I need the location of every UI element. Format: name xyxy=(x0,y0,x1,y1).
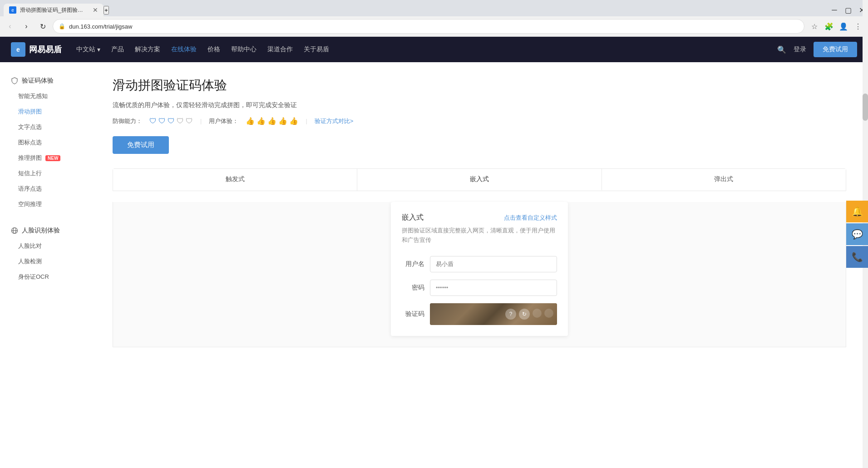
username-label: 用户名 xyxy=(402,260,424,268)
browser-toolbar: ‹ › ↻ 🔒 dun.163.com/trial/jigsaw ☆ 🧩 👤 ⋮ xyxy=(0,16,868,37)
user-exp-icons: 👍 👍 👍 👍 👍 xyxy=(246,117,298,125)
reload-button[interactable]: ↻ xyxy=(36,20,49,33)
sidebar-section-face-title: 人脸识别体验 xyxy=(0,223,91,238)
shield-icon-1: 🛡 xyxy=(149,117,157,125)
nav-link-products[interactable]: 产品 xyxy=(111,45,124,54)
shield-icon-4: 🛡 xyxy=(177,117,184,125)
logo[interactable]: e 网易易盾 xyxy=(11,42,62,57)
nav-link-pricing[interactable]: 价格 xyxy=(207,45,220,54)
nav-link-channel[interactable]: 渠道合作 xyxy=(267,45,293,54)
top-navigation: e 网易易盾 中文站 ▾ 产品 解决方案 在线体验 价格 帮助中心 渠道合作 关… xyxy=(0,37,868,62)
chevron-down-icon: ▾ xyxy=(97,46,100,53)
demo-tabs: 触发式 嵌入式 弹出式 xyxy=(113,168,846,191)
scrollbar-thumb[interactable] xyxy=(863,94,868,121)
tab-embedded[interactable]: 嵌入式 xyxy=(357,169,602,191)
sidebar-item-face-detect[interactable]: 人脸检测 xyxy=(0,254,91,269)
main-container: 验证码体验 智能无感知 滑动拼图 文字点选 图标点选 推理拼图 NEW 短信上行… xyxy=(0,62,868,468)
shield-icon-5: 🛡 xyxy=(186,117,193,125)
window-controls: ─ ▢ ✕ xyxy=(828,4,868,16)
sidebar-item-id-ocr[interactable]: 身份证OCR xyxy=(0,269,91,285)
password-input[interactable] xyxy=(430,280,557,296)
embedded-header: 嵌入式 点击查看自定义样式 xyxy=(402,213,557,222)
browser-tabs-bar: e 滑动拼图验证码_拼图验证_图形... ✕ + ─ ▢ ✕ xyxy=(0,0,868,16)
float-chat-button[interactable]: 💬 xyxy=(846,223,868,245)
maximize-button[interactable]: ▢ xyxy=(842,4,854,16)
captcha-row: 验证码 ? ↻ xyxy=(402,303,557,325)
forward-button[interactable]: › xyxy=(20,20,33,33)
sidebar-item-text-click[interactable]: 文字点选 xyxy=(0,119,91,135)
minimize-button[interactable]: ─ xyxy=(828,4,841,16)
globe-icon xyxy=(11,227,18,234)
tab-close-button[interactable]: ✕ xyxy=(93,6,98,14)
captcha-action-icons: ? ↻ xyxy=(505,309,553,320)
nav-link-help[interactable]: 帮助中心 xyxy=(231,45,256,54)
extensions-button[interactable]: 🧩 xyxy=(823,20,835,33)
divider-2: | xyxy=(306,118,307,124)
nav-link-about[interactable]: 关于易盾 xyxy=(304,45,329,54)
embedded-title: 嵌入式 xyxy=(402,213,424,222)
captcha-image[interactable]: ? ↻ xyxy=(430,303,557,325)
toolbar-icons: ☆ 🧩 👤 ⋮ xyxy=(808,20,864,33)
search-icon[interactable]: 🔍 xyxy=(777,45,786,54)
sidebar-item-face-compare[interactable]: 人脸比对 xyxy=(0,238,91,254)
sidebar: 验证码体验 智能无感知 滑动拼图 文字点选 图标点选 推理拼图 NEW 短信上行… xyxy=(0,62,91,468)
nav-link-chinese[interactable]: 中文站 ▾ xyxy=(76,45,100,54)
nav-links: 中文站 ▾ 产品 解决方案 在线体验 价格 帮助中心 渠道合作 关于易盾 xyxy=(76,45,763,54)
sidebar-item-inference[interactable]: 推理拼图 NEW xyxy=(0,150,91,166)
embedded-description: 拼图验证区域直接完整嵌入网页，清晰直观，便于用户使用和广告宣传 xyxy=(402,226,557,245)
sidebar-captcha-label: 验证码体验 xyxy=(22,77,54,85)
browser-chrome: e 滑动拼图验证码_拼图验证_图形... ✕ + ─ ▢ ✕ ‹ › ↻ 🔒 d… xyxy=(0,0,868,37)
lock-icon: 🔒 xyxy=(59,23,65,30)
back-button[interactable]: ‹ xyxy=(4,20,16,33)
logo-icon: e xyxy=(11,42,25,57)
thumb-icon-3: 👍 xyxy=(267,117,276,125)
new-tab-button[interactable]: + xyxy=(104,6,109,15)
sidebar-item-smart[interactable]: 智能无感知 xyxy=(0,89,91,104)
thumb-icon-2: 👍 xyxy=(256,117,266,125)
free-trial-button[interactable]: 免费试用 xyxy=(113,136,169,154)
password-row: 密码 xyxy=(402,280,557,296)
url-text: dun.163.com/trial/jigsaw xyxy=(69,23,799,30)
login-button[interactable]: 登录 xyxy=(794,45,806,54)
sidebar-section-face: 人脸识别体验 人脸比对 人脸检测 身份证OCR xyxy=(0,223,91,285)
float-phone-button[interactable]: 📞 xyxy=(846,246,868,268)
embedded-demo-card: 嵌入式 点击查看自定义样式 拼图验证区域直接完整嵌入网页，清晰直观，便于用户使用… xyxy=(391,202,568,336)
profile-button[interactable]: 👤 xyxy=(837,20,850,33)
defense-icons: 🛡 🛡 🛡 🛡 🛡 xyxy=(149,117,193,125)
url-bar[interactable]: 🔒 dun.163.com/trial/jigsaw xyxy=(53,19,804,34)
nav-link-solutions[interactable]: 解决方案 xyxy=(135,45,160,54)
float-notification-button[interactable]: 🔔 xyxy=(846,201,868,222)
sidebar-item-sequence[interactable]: 语序点选 xyxy=(0,181,91,197)
shield-icon-3: 🛡 xyxy=(168,117,175,125)
username-row: 用户名 xyxy=(402,256,557,272)
thumb-icon-4: 👍 xyxy=(278,117,287,125)
captcha-help-icon[interactable]: ? xyxy=(505,309,516,320)
tab-trigger[interactable]: 触发式 xyxy=(113,169,357,191)
nav-link-online-trial[interactable]: 在线体验 xyxy=(171,45,197,54)
user-exp-label: 用户体验： xyxy=(209,117,238,125)
active-tab[interactable]: e 滑动拼图验证码_拼图验证_图形... ✕ xyxy=(4,4,104,16)
captcha-label: 验证码 xyxy=(402,310,424,318)
new-badge: NEW xyxy=(45,155,60,161)
tab-favicon: e xyxy=(9,6,16,14)
sidebar-item-spatial[interactable]: 空间推理 xyxy=(0,197,91,212)
free-trial-nav-button[interactable]: 免费试用 xyxy=(814,42,857,57)
captcha-icon-2[interactable] xyxy=(544,309,553,318)
username-input[interactable] xyxy=(430,256,557,272)
right-float-buttons: 🔔 💬 📞 xyxy=(846,201,868,268)
bookmark-button[interactable]: ☆ xyxy=(808,20,821,33)
sidebar-item-sms[interactable]: 短信上行 xyxy=(0,166,91,181)
custom-style-link[interactable]: 点击查看自定义样式 xyxy=(504,214,557,222)
sidebar-face-label: 人脸识别体验 xyxy=(22,227,60,235)
sidebar-section-captcha: 验证码体验 智能无感知 滑动拼图 文字点选 图标点选 推理拼图 NEW 短信上行… xyxy=(0,73,91,212)
divider-1: | xyxy=(200,118,202,124)
sidebar-item-icon-click[interactable]: 图标点选 xyxy=(0,135,91,150)
compare-link[interactable]: 验证方式对比> xyxy=(315,117,354,125)
shield-icon-2: 🛡 xyxy=(158,117,166,125)
captcha-refresh-icon[interactable]: ↻ xyxy=(519,309,530,320)
shield-icon xyxy=(11,77,18,84)
sidebar-item-jigsaw[interactable]: 滑动拼图 xyxy=(0,104,91,119)
defense-label: 防御能力： xyxy=(113,117,142,125)
tab-popup[interactable]: 弹出式 xyxy=(602,169,846,191)
captcha-icon-1[interactable] xyxy=(533,309,542,318)
